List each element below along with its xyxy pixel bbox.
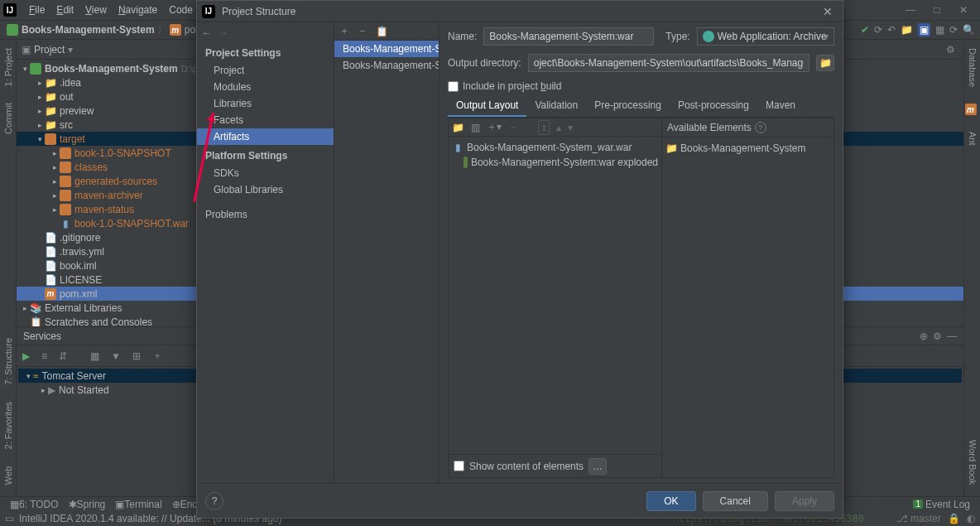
- show-content-more[interactable]: …: [588, 458, 607, 475]
- tab-post[interactable]: Post-processing: [670, 95, 757, 117]
- project-structure-dialog: IJ Project Structure ✕ ← → Project Setti…: [196, 0, 843, 519]
- menu-edit[interactable]: Edit: [50, 4, 79, 16]
- menu-navigate[interactable]: Navigate: [113, 4, 163, 16]
- layout-icon[interactable]: ⊞: [130, 350, 143, 362]
- ok-button[interactable]: OK: [646, 491, 695, 511]
- nav-modules[interactable]: Modules: [197, 79, 334, 95]
- nav-back-button[interactable]: ←: [202, 27, 212, 39]
- type-label: Type:: [665, 31, 689, 42]
- tool-favorites[interactable]: 2: Favorites: [2, 397, 15, 454]
- tool-wordbook[interactable]: Word Book: [966, 435, 979, 490]
- nav-artifacts[interactable]: Artifacts: [197, 128, 334, 145]
- nav-fwd-button[interactable]: →: [219, 27, 228, 39]
- tab-output[interactable]: Output Layout: [448, 95, 526, 117]
- available-label: Available Elements: [667, 122, 752, 133]
- name-input[interactable]: [483, 27, 654, 46]
- cancel-button[interactable]: Cancel: [703, 491, 768, 511]
- services-title: Services: [23, 331, 61, 342]
- add-icon[interactable]: ＋: [150, 349, 165, 363]
- threads-icon[interactable]: ≡: [39, 350, 50, 362]
- web-icon: [703, 31, 714, 42]
- layout-remove-icon[interactable]: －: [508, 120, 518, 134]
- breadcrumb-project[interactable]: Books-Management-System: [22, 24, 155, 36]
- name-label: Name:: [448, 31, 477, 42]
- layout-down-icon[interactable]: ▾: [568, 122, 573, 133]
- outdir-input[interactable]: [528, 54, 809, 72]
- reload-icon[interactable]: ⟳: [949, 24, 958, 36]
- artifact-add-button[interactable]: ＋: [339, 24, 349, 38]
- db-icon[interactable]: ▦: [935, 24, 944, 36]
- artifact-copy-button[interactable]: 📋: [376, 26, 388, 37]
- git-branch[interactable]: ⎇ master: [896, 513, 941, 524]
- nav-libraries[interactable]: Libraries: [197, 95, 334, 112]
- layout-add-icon[interactable]: ＋▾: [487, 120, 502, 134]
- layout-sort-icon[interactable]: ↕: [538, 120, 550, 135]
- dialog-title: Project Structure: [222, 6, 295, 17]
- tab-validation[interactable]: Validation: [526, 95, 586, 117]
- include-build-checkbox[interactable]: [448, 81, 459, 92]
- action-icon[interactable]: ▣: [918, 23, 930, 36]
- tool-web[interactable]: Web: [2, 461, 15, 490]
- help-icon[interactable]: ?: [755, 122, 766, 133]
- avail-module-item[interactable]: 📁Books-Management-System: [665, 141, 830, 156]
- dialog-help-button[interactable]: ?: [205, 492, 223, 510]
- tool-structure[interactable]: 7: Structure: [2, 333, 15, 390]
- tool-commit[interactable]: Commit: [2, 98, 15, 139]
- window-maximize[interactable]: □: [924, 0, 950, 20]
- nav-facets[interactable]: Facets: [197, 112, 334, 128]
- services-hide-icon[interactable]: —: [947, 331, 957, 342]
- layout-column-icon[interactable]: ▥: [471, 122, 480, 133]
- nav-sdks[interactable]: SDKs: [197, 165, 334, 181]
- window-close[interactable]: ✕: [950, 0, 977, 20]
- maven-file-icon: m: [170, 24, 181, 36]
- status-todo[interactable]: ▦ 6: TODO: [5, 499, 64, 510]
- layout-exploded-item[interactable]: Books-Management-System:war exploded: [452, 155, 658, 170]
- type-select[interactable]: Web Application: Archive▾: [697, 27, 834, 46]
- system-icon[interactable]: ▭: [5, 513, 14, 524]
- project-panel-title: Project: [34, 44, 65, 55]
- include-build-label: Include in project build: [463, 80, 561, 92]
- menu-view[interactable]: View: [79, 4, 113, 16]
- search-icon[interactable]: 🔍: [963, 24, 975, 36]
- tool-project[interactable]: 1: Project: [2, 43, 15, 91]
- browse-button[interactable]: 📁: [816, 55, 834, 71]
- build-ok-icon[interactable]: ✔: [861, 24, 869, 36]
- folder-icon[interactable]: 📁: [901, 24, 913, 36]
- menu-file[interactable]: File: [23, 4, 50, 16]
- folder-icon: ▣: [22, 44, 31, 55]
- nav-globallibs[interactable]: Global Libraries: [197, 181, 334, 198]
- sync-icon[interactable]: ⟳: [874, 24, 882, 36]
- services-gear-icon[interactable]: ⚙: [933, 331, 942, 342]
- nav-problems[interactable]: Problems: [197, 206, 334, 223]
- menu-code[interactable]: Code: [163, 4, 199, 16]
- tool-database[interactable]: Database: [966, 43, 979, 92]
- layout-folder-icon[interactable]: 📁: [452, 122, 464, 133]
- show-content-checkbox[interactable]: [454, 461, 464, 471]
- event-log[interactable]: 1Event Log: [908, 499, 975, 510]
- status-terminal[interactable]: ▣ Terminal: [110, 499, 166, 510]
- nav-project[interactable]: Project: [197, 62, 334, 79]
- tool-ant[interactable]: Ant: [966, 127, 979, 151]
- dropdown-icon[interactable]: ▾: [68, 44, 73, 55]
- run-button[interactable]: ▶: [20, 350, 32, 362]
- merge-icon[interactable]: ⇵: [56, 350, 70, 362]
- tab-pre[interactable]: Pre-processing: [586, 95, 670, 117]
- tab-maven[interactable]: Maven: [757, 95, 804, 117]
- artifact-item-1[interactable]: Books-Management-Sys: [334, 41, 439, 57]
- gear-icon[interactable]: ⚙: [943, 44, 958, 55]
- artifact-remove-button[interactable]: －: [358, 24, 368, 38]
- outdir-label: Output directory:: [448, 57, 521, 69]
- status-spring[interactable]: ✱ Spring: [64, 499, 111, 510]
- dialog-close-button[interactable]: ✕: [818, 5, 838, 18]
- services-target-icon[interactable]: ⊕: [920, 331, 928, 342]
- artifact-item-2[interactable]: Books-Management-Sys: [334, 57, 439, 74]
- layout-war-item[interactable]: ▮Books-Management-System_war.war: [452, 140, 658, 155]
- filter-icon[interactable]: ▼: [108, 350, 123, 362]
- layout-up-icon[interactable]: ▴: [556, 122, 561, 133]
- apply-button[interactable]: Apply: [775, 491, 834, 511]
- tool-maven[interactable]: m: [963, 99, 981, 120]
- window-minimize[interactable]: —: [897, 0, 924, 20]
- grid-icon[interactable]: ▦: [88, 350, 102, 362]
- nav-section-platform: Platform Settings: [197, 145, 334, 165]
- undo-icon[interactable]: ↶: [887, 24, 896, 36]
